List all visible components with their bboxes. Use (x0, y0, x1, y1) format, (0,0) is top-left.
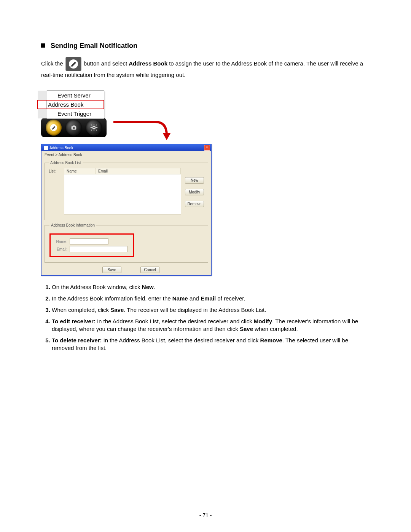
cancel-button[interactable]: Cancel (140, 267, 159, 273)
menu-item-event-server[interactable]: Event Server (38, 91, 104, 100)
dialog-icon (44, 146, 48, 150)
name-input[interactable] (70, 238, 108, 244)
page-number: - 71 - (0, 512, 411, 518)
svg-point-4 (73, 127, 75, 129)
list-button-column: New Modify Remove (185, 168, 204, 214)
intro-bold-address-book: Address Book (129, 60, 167, 67)
info-group-legend: Address Book Information (49, 223, 96, 227)
menu-item-address-book[interactable]: Address Book (37, 100, 104, 109)
save-button[interactable]: Save (102, 267, 121, 273)
list-group-legend: Address Book List (49, 161, 83, 165)
toolbar (41, 118, 107, 137)
list-label: List: (49, 168, 64, 214)
pencil-icon (65, 57, 81, 71)
email-label: Email: (54, 247, 67, 251)
svg-rect-5 (73, 126, 75, 127)
highlighted-fields: Name: Email: (49, 233, 134, 257)
step-2: In the Address Book Information field, e… (52, 295, 370, 302)
toolbar-pencil-button[interactable] (46, 120, 62, 136)
modify-button[interactable]: Modify (185, 189, 204, 195)
svg-point-15 (93, 127, 95, 128)
step-5: To delete receiver: In the Address Book … (52, 337, 370, 352)
menu-item-event-trigger[interactable]: Event Trigger (38, 109, 104, 118)
svg-rect-7 (94, 124, 94, 126)
context-menu: Event Server Address Book Event Trigger (46, 90, 104, 119)
step-1: On the Address Book window, click New. (52, 283, 370, 291)
step-3: When completed, click Save. The receiver… (52, 306, 370, 314)
svg-rect-8 (94, 130, 94, 131)
remove-button[interactable]: Remove (185, 201, 204, 207)
intro-text-2: button and select (84, 60, 129, 67)
col-email: Email (96, 168, 181, 174)
svg-rect-10 (96, 127, 98, 128)
heading-text: Sending Email Notification (51, 42, 137, 50)
arrow-indicator (41, 137, 370, 145)
address-list[interactable]: Name Email (64, 168, 181, 214)
svg-rect-12 (96, 125, 97, 126)
email-input[interactable] (70, 246, 127, 252)
intro-text-1: Click the (41, 60, 65, 67)
instruction-list: On the Address Book window, click New. I… (41, 283, 370, 352)
address-book-info-group: Address Book Information Name: Email: (45, 223, 208, 263)
section-heading: Sending Email Notification (41, 42, 370, 50)
intro-paragraph: Click the button and select Address Book… (41, 57, 370, 79)
name-label: Name: (54, 240, 67, 244)
col-name: Name (64, 168, 96, 174)
bullet-icon (41, 43, 45, 48)
svg-rect-14 (96, 129, 97, 131)
list-header: Name Email (64, 168, 181, 174)
svg-rect-11 (91, 125, 92, 126)
svg-rect-13 (91, 129, 92, 131)
svg-rect-9 (91, 127, 92, 128)
breadcrumb: Event > Address Book (41, 151, 211, 158)
dialog-title: Address Book (49, 146, 73, 150)
step-4: To edit receiver: In the Address Book Li… (52, 318, 370, 333)
new-button[interactable]: New (185, 177, 204, 184)
address-book-dialog: Address Book × Event > Address Book Addr… (41, 144, 212, 276)
dialog-bottom-buttons: Save Cancel (102, 267, 211, 273)
toolbar-gear-button[interactable] (86, 120, 102, 136)
close-icon[interactable]: × (204, 145, 210, 151)
address-book-list-group: Address Book List List: Name Email New M… (45, 161, 208, 220)
toolbar-camera-button[interactable] (66, 120, 82, 136)
